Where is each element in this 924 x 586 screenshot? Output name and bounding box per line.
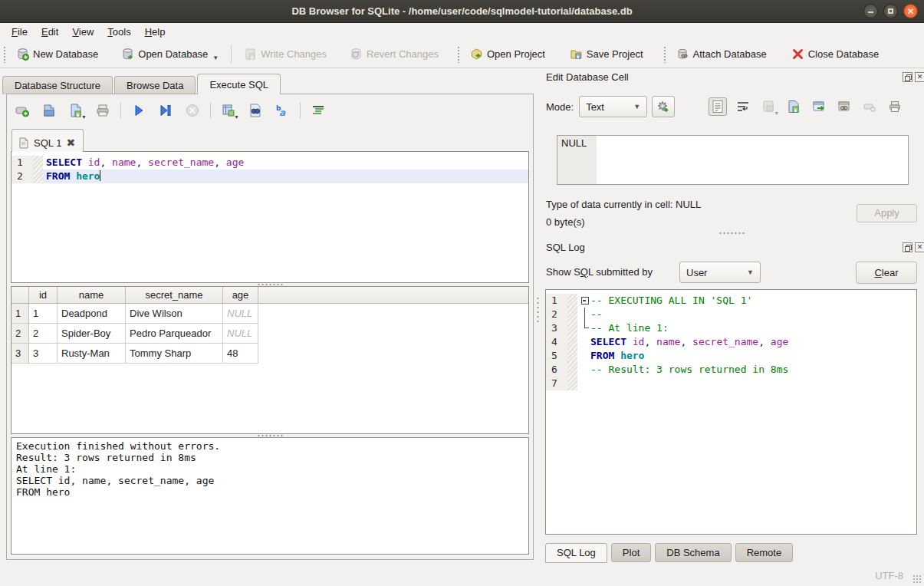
tab-sql-log[interactable]: SQL Log [545,543,607,563]
cell-secret_name[interactable]: Dive Wilson [126,304,223,324]
menu-tools[interactable]: Tools [100,25,137,39]
export-data-button[interactable] [784,97,803,116]
attach-database-button[interactable]: Attach Database [670,44,773,64]
code-line[interactable]: 1SELECT id, name, secret_name, age [12,156,528,170]
toolbar-drag-handle-3[interactable] [663,46,667,63]
cell-secret_name[interactable]: Pedro Parqueador [126,324,223,344]
tab-plot[interactable]: Plot [611,543,651,562]
row-number[interactable]: 3 [12,344,29,364]
tab-database-structure[interactable]: Database Structure [2,76,113,94]
execute-line-button[interactable] [156,101,175,120]
corner-header[interactable] [12,287,29,304]
sql-tab-close-icon[interactable]: ✖ [66,137,75,149]
code-line[interactable]: 2-- [546,308,916,321]
save-results-dropdown-icon[interactable]: ▼ [234,114,239,120]
cell-id[interactable]: 1 [29,304,58,324]
sql-log-view[interactable]: 1-- EXECUTING ALL IN 'SQL 1'2--3-- At li… [545,289,917,535]
open-project-button[interactable]: Open Project [464,44,551,64]
open-database-dropdown-icon[interactable]: ▼ [212,54,219,61]
tab-db-schema[interactable]: DB Schema [655,543,731,562]
write-changes-button[interactable]: Write Changes [238,44,333,64]
sql-log-float-button[interactable] [903,242,912,252]
results-table[interactable]: idnamesecret_nameage11DeadpondDive Wilso… [11,286,529,434]
print-sql-button[interactable] [94,101,112,120]
edit-cell-close-button[interactable]: ✕ [915,72,924,82]
save-sql-dropdown-icon[interactable]: ▼ [81,114,87,120]
panel-splitter[interactable] [536,296,541,325]
set-null-button[interactable] [860,97,879,116]
column-header-age[interactable]: age [223,287,258,304]
format-sql-button[interactable] [309,101,327,120]
save-sql-file-button[interactable]: ▼ [67,101,85,120]
fold-marker-icon[interactable] [580,294,590,308]
cell-id[interactable]: 2 [29,324,58,344]
table-row[interactable]: 22Spider-BoyPedro ParqueadorNULL [12,324,528,344]
close-database-button[interactable]: Close Database [785,44,886,64]
mode-select[interactable]: Text ▼ [579,96,647,117]
row-number[interactable]: 2 [12,324,29,344]
close-button[interactable]: ✕ [903,4,918,18]
table-row[interactable]: 33Rusty-ManTommy Sharp48 [12,344,528,364]
maximize-button[interactable] [883,4,898,18]
apply-button[interactable]: Apply [857,204,917,222]
table-row[interactable]: 11DeadpondDive WilsonNULL [12,304,528,324]
cell-name[interactable]: Deadpond [58,304,126,324]
code-line[interactable]: 7 [546,377,916,390]
new-sql-tab-button[interactable] [13,101,31,120]
clear-log-button[interactable]: Clear [856,262,917,284]
execution-message-box[interactable]: Execution finished without errors. Resul… [11,437,529,555]
cell-name[interactable]: Spider-Boy [58,324,126,344]
print-cell-button[interactable] [886,97,904,116]
toolbar-drag-handle-2[interactable] [457,46,461,63]
sql-log-close-button[interactable]: ✕ [915,242,924,252]
cell-age[interactable]: NULL [223,324,258,344]
open-sql-file-button[interactable] [40,101,58,120]
open-external-button[interactable] [810,97,828,116]
cell-age[interactable]: 48 [223,344,258,364]
text-mode-button[interactable] [709,97,727,116]
row-number[interactable]: 1 [12,304,29,324]
find-replace-button[interactable] [246,101,265,120]
stop-button[interactable] [183,101,202,120]
word-wrap-button[interactable] [734,97,752,116]
auto-complete-button[interactable]: ba [273,101,291,120]
new-database-button[interactable]: New Database [10,44,104,64]
execute-all-button[interactable] [130,101,148,120]
dock-splitter[interactable] [545,232,917,235]
cell-secret_name[interactable]: Tommy Sharp [126,344,223,364]
code-line[interactable]: 1-- EXECUTING ALL IN 'SQL 1' [546,294,916,308]
code-line[interactable]: 5FROM hero [546,349,916,363]
menu-view[interactable]: View [65,25,100,39]
window-titlebar[interactable]: DB Browser for SQLite - /home/user/code/… [0,0,924,23]
menu-file[interactable]: File [5,25,35,39]
revert-changes-button[interactable]: Revert Changes [344,44,445,64]
save-results-button[interactable]: ▼ [219,101,238,120]
column-header-name[interactable]: name [58,287,126,304]
cell-value-editor[interactable]: NULL [557,135,909,185]
edit-cell-float-button[interactable] [903,72,912,82]
menu-help[interactable]: Help [138,25,173,39]
column-header-id[interactable]: id [29,287,58,304]
toolbar-drag-handle[interactable] [3,46,7,63]
sql-editor[interactable]: 1SELECT id, name, secret_name, age2FROM … [11,151,529,283]
save-project-button[interactable]: Save Project [564,44,649,64]
sql-document-tab[interactable]: SQL 1 ✖ [12,129,84,152]
cell-age[interactable]: NULL [223,304,258,324]
tab-execute-sql[interactable]: Execute SQL [197,74,281,94]
code-line[interactable]: 2FROM hero [12,170,528,183]
tab-browse-data[interactable]: Browse Data [114,76,196,94]
import-data-button[interactable]: ▼ [759,97,778,116]
column-header-secret_name[interactable]: secret_name [126,287,223,304]
tab-remote[interactable]: Remote [735,543,794,562]
sql-log-filter-select[interactable]: User ▼ [679,262,761,283]
resize-grip[interactable] [912,574,922,584]
code-line[interactable]: 6-- Result: 3 rows returned in 8ms [546,363,916,377]
code-line[interactable]: 3-- At line 1: [546,321,916,335]
cell-name[interactable]: Rusty-Man [58,344,126,364]
apply-auto-button[interactable] [652,96,675,117]
minimize-button[interactable] [863,4,878,18]
menu-edit[interactable]: Edit [35,25,65,39]
code-line[interactable]: 4SELECT id, name, secret_name, age [546,335,916,349]
open-database-button[interactable]: Open Database ▼ [115,44,225,64]
copy-link-button[interactable] [835,97,853,116]
